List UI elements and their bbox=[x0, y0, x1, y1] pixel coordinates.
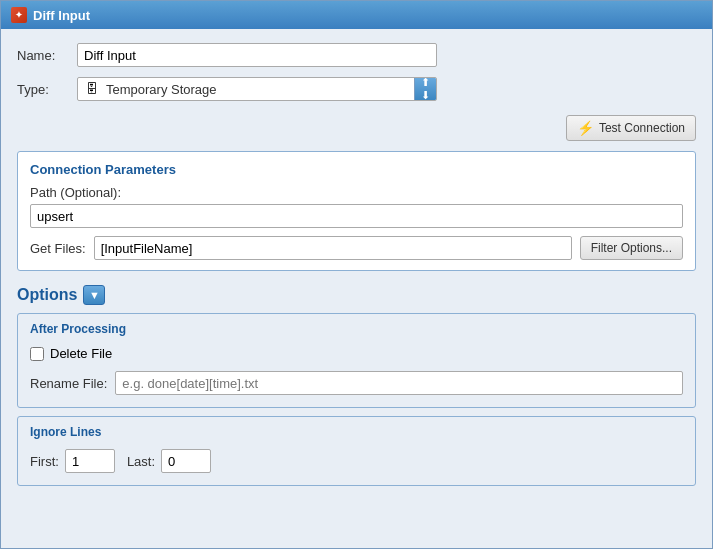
get-files-input[interactable] bbox=[94, 236, 572, 260]
name-input[interactable] bbox=[77, 43, 437, 67]
main-window: ✦ Diff Input Name: Type: 🗄 Temporary Sto… bbox=[0, 0, 713, 549]
connection-params-section: Connection Parameters Path (Optional): G… bbox=[17, 151, 696, 271]
test-connection-icon: ⚡ bbox=[577, 120, 594, 136]
after-processing-title: After Processing bbox=[30, 322, 683, 336]
delete-file-row: Delete File bbox=[30, 346, 683, 361]
content-area: Name: Type: 🗄 Temporary Storage ⬆⬇ ⚡ Tes… bbox=[1, 29, 712, 548]
first-field: First: bbox=[30, 449, 115, 473]
name-row: Name: bbox=[17, 43, 696, 67]
options-dropdown-button[interactable]: ▼ bbox=[83, 285, 105, 305]
get-files-label: Get Files: bbox=[30, 241, 86, 256]
test-connection-label: Test Connection bbox=[599, 121, 685, 135]
ignore-lines-section: Ignore Lines First: Last: bbox=[17, 416, 696, 486]
type-row: Type: 🗄 Temporary Storage ⬆⬇ bbox=[17, 77, 696, 101]
options-title: Options bbox=[17, 286, 77, 304]
options-header: Options ▼ bbox=[17, 285, 696, 305]
after-processing-section: After Processing Delete File Rename File… bbox=[17, 313, 696, 408]
ignore-lines-title: Ignore Lines bbox=[30, 425, 683, 439]
options-section: Options ▼ After Processing Delete File R… bbox=[17, 281, 696, 486]
last-label: Last: bbox=[127, 454, 155, 469]
type-label: Type: bbox=[17, 82, 67, 97]
last-input[interactable] bbox=[161, 449, 211, 473]
filter-options-button[interactable]: Filter Options... bbox=[580, 236, 683, 260]
first-input[interactable] bbox=[65, 449, 115, 473]
get-files-row: Get Files: Filter Options... bbox=[30, 236, 683, 260]
test-connection-button[interactable]: ⚡ Test Connection bbox=[566, 115, 696, 141]
name-label: Name: bbox=[17, 48, 67, 63]
delete-file-checkbox[interactable] bbox=[30, 347, 44, 361]
rename-file-input[interactable] bbox=[115, 371, 683, 395]
rename-file-row: Rename File: bbox=[30, 371, 683, 395]
rename-file-label: Rename File: bbox=[30, 376, 107, 391]
type-select-text: Temporary Storage bbox=[102, 82, 414, 97]
last-field: Last: bbox=[127, 449, 211, 473]
title-bar: ✦ Diff Input bbox=[1, 1, 712, 29]
window-icon: ✦ bbox=[11, 7, 27, 23]
path-label: Path (Optional): bbox=[30, 185, 683, 200]
storage-type-icon: 🗄 bbox=[82, 79, 102, 99]
path-input[interactable] bbox=[30, 204, 683, 228]
first-label: First: bbox=[30, 454, 59, 469]
connection-params-title: Connection Parameters bbox=[30, 162, 683, 177]
type-select-wrapper[interactable]: 🗄 Temporary Storage ⬆⬇ bbox=[77, 77, 437, 101]
type-select-arrow[interactable]: ⬆⬇ bbox=[414, 77, 436, 101]
ignore-lines-row: First: Last: bbox=[30, 449, 683, 473]
delete-file-label: Delete File bbox=[50, 346, 112, 361]
window-title: Diff Input bbox=[33, 8, 90, 23]
test-connection-section: ⚡ Test Connection bbox=[17, 115, 696, 141]
